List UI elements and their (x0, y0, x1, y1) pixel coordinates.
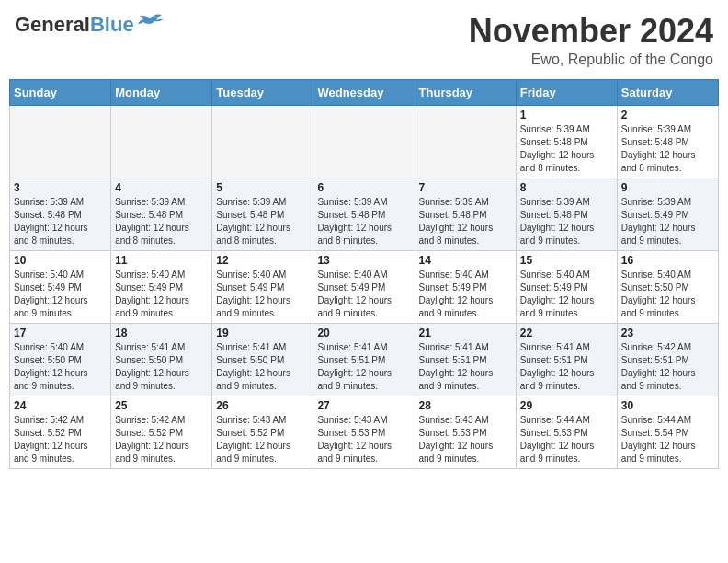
day-info: Sunrise: 5:43 AMSunset: 5:53 PMDaylight:… (419, 414, 512, 465)
day-info: Sunrise: 5:39 AMSunset: 5:48 PMDaylight:… (115, 196, 208, 247)
day-info: Sunrise: 5:44 AMSunset: 5:53 PMDaylight:… (520, 414, 613, 465)
calendar-cell: 28Sunrise: 5:43 AMSunset: 5:53 PMDayligh… (415, 396, 516, 468)
calendar-cell (313, 105, 415, 178)
calendar-week-row: 24Sunrise: 5:42 AMSunset: 5:52 PMDayligh… (10, 396, 719, 468)
header: GeneralBlue November 2024 Ewo, Republic … (9, 9, 719, 72)
day-number: 11 (115, 254, 208, 267)
calendar: SundayMondayTuesdayWednesdayThursdayFrid… (9, 79, 719, 469)
day-number: 28 (419, 399, 512, 412)
day-number: 22 (520, 327, 613, 339)
calendar-cell: 10Sunrise: 5:40 AMSunset: 5:49 PMDayligh… (10, 250, 111, 323)
day-info: Sunrise: 5:39 AMSunset: 5:48 PMDaylight:… (520, 123, 613, 175)
day-info: Sunrise: 5:41 AMSunset: 5:51 PMDaylight:… (419, 341, 512, 393)
day-number: 23 (621, 327, 714, 339)
day-number: 10 (14, 254, 107, 267)
calendar-week-row: 10Sunrise: 5:40 AMSunset: 5:49 PMDayligh… (10, 250, 719, 323)
calendar-cell: 7Sunrise: 5:39 AMSunset: 5:48 PMDaylight… (415, 178, 516, 250)
location-title: Ewo, Republic of the Congo (469, 52, 713, 68)
day-number: 17 (14, 327, 107, 339)
calendar-cell: 21Sunrise: 5:41 AMSunset: 5:51 PMDayligh… (415, 323, 516, 396)
calendar-header-sunday: Sunday (10, 79, 111, 105)
day-info: Sunrise: 5:42 AMSunset: 5:51 PMDaylight:… (621, 341, 714, 393)
day-info: Sunrise: 5:39 AMSunset: 5:48 PMDaylight:… (216, 196, 309, 247)
day-info: Sunrise: 5:40 AMSunset: 5:50 PMDaylight:… (621, 269, 714, 320)
day-number: 18 (115, 327, 208, 339)
day-number: 3 (14, 181, 107, 194)
calendar-header-wednesday: Wednesday (313, 79, 415, 105)
day-info: Sunrise: 5:42 AMSunset: 5:52 PMDaylight:… (115, 414, 208, 465)
day-number: 15 (520, 254, 613, 267)
calendar-cell: 24Sunrise: 5:42 AMSunset: 5:52 PMDayligh… (10, 396, 111, 468)
day-number: 25 (115, 399, 208, 412)
calendar-cell: 8Sunrise: 5:39 AMSunset: 5:48 PMDaylight… (516, 178, 617, 250)
calendar-cell: 15Sunrise: 5:40 AMSunset: 5:49 PMDayligh… (516, 250, 617, 323)
calendar-cell: 18Sunrise: 5:41 AMSunset: 5:50 PMDayligh… (111, 323, 212, 396)
day-info: Sunrise: 5:40 AMSunset: 5:49 PMDaylight:… (317, 269, 410, 320)
day-number: 26 (216, 399, 309, 412)
calendar-cell: 12Sunrise: 5:40 AMSunset: 5:49 PMDayligh… (212, 250, 313, 323)
day-info: Sunrise: 5:43 AMSunset: 5:52 PMDaylight:… (216, 414, 309, 465)
calendar-cell (111, 105, 212, 178)
calendar-cell: 4Sunrise: 5:39 AMSunset: 5:48 PMDaylight… (111, 178, 212, 250)
calendar-cell: 26Sunrise: 5:43 AMSunset: 5:52 PMDayligh… (212, 396, 313, 468)
day-number: 20 (317, 327, 410, 339)
logo: GeneralBlue (15, 13, 165, 37)
day-info: Sunrise: 5:39 AMSunset: 5:48 PMDaylight:… (621, 123, 714, 175)
day-info: Sunrise: 5:39 AMSunset: 5:48 PMDaylight:… (419, 196, 512, 247)
day-number: 8 (520, 181, 613, 194)
calendar-cell: 27Sunrise: 5:43 AMSunset: 5:53 PMDayligh… (313, 396, 415, 468)
day-number: 29 (520, 399, 613, 412)
day-info: Sunrise: 5:41 AMSunset: 5:51 PMDaylight:… (520, 341, 613, 393)
day-number: 16 (621, 254, 714, 267)
day-info: Sunrise: 5:40 AMSunset: 5:49 PMDaylight:… (216, 269, 309, 320)
day-number: 30 (621, 399, 714, 412)
calendar-cell: 3Sunrise: 5:39 AMSunset: 5:48 PMDaylight… (10, 178, 111, 250)
day-number: 6 (317, 181, 410, 194)
day-info: Sunrise: 5:42 AMSunset: 5:52 PMDaylight:… (14, 414, 107, 465)
day-number: 1 (520, 109, 613, 121)
day-info: Sunrise: 5:39 AMSunset: 5:48 PMDaylight:… (14, 196, 107, 247)
calendar-header-row: SundayMondayTuesdayWednesdayThursdayFrid… (10, 79, 719, 105)
day-info: Sunrise: 5:44 AMSunset: 5:54 PMDaylight:… (621, 414, 714, 465)
day-info: Sunrise: 5:40 AMSunset: 5:49 PMDaylight:… (14, 269, 107, 320)
day-info: Sunrise: 5:39 AMSunset: 5:49 PMDaylight:… (621, 196, 714, 247)
calendar-week-row: 17Sunrise: 5:40 AMSunset: 5:50 PMDayligh… (10, 323, 719, 396)
day-info: Sunrise: 5:39 AMSunset: 5:48 PMDaylight:… (520, 196, 613, 247)
title-section: November 2024 Ewo, Republic of the Congo (469, 13, 713, 68)
day-info: Sunrise: 5:40 AMSunset: 5:49 PMDaylight:… (419, 269, 512, 320)
day-number: 5 (216, 181, 309, 194)
day-info: Sunrise: 5:39 AMSunset: 5:48 PMDaylight:… (317, 196, 410, 247)
day-number: 21 (419, 327, 512, 339)
calendar-cell: 25Sunrise: 5:42 AMSunset: 5:52 PMDayligh… (111, 396, 212, 468)
calendar-cell: 19Sunrise: 5:41 AMSunset: 5:50 PMDayligh… (212, 323, 313, 396)
day-info: Sunrise: 5:41 AMSunset: 5:50 PMDaylight:… (115, 341, 208, 393)
logo-text: GeneralBlue (15, 13, 134, 37)
month-title: November 2024 (469, 13, 713, 50)
calendar-cell (10, 105, 111, 178)
calendar-cell: 16Sunrise: 5:40 AMSunset: 5:50 PMDayligh… (617, 250, 718, 323)
calendar-cell: 20Sunrise: 5:41 AMSunset: 5:51 PMDayligh… (313, 323, 415, 396)
calendar-cell: 9Sunrise: 5:39 AMSunset: 5:49 PMDaylight… (617, 178, 718, 250)
day-number: 19 (216, 327, 309, 339)
calendar-cell: 29Sunrise: 5:44 AMSunset: 5:53 PMDayligh… (516, 396, 617, 468)
calendar-cell: 14Sunrise: 5:40 AMSunset: 5:49 PMDayligh… (415, 250, 516, 323)
calendar-week-row: 1Sunrise: 5:39 AMSunset: 5:48 PMDaylight… (10, 105, 719, 178)
calendar-cell: 17Sunrise: 5:40 AMSunset: 5:50 PMDayligh… (10, 323, 111, 396)
calendar-header-monday: Monday (111, 79, 212, 105)
calendar-cell: 1Sunrise: 5:39 AMSunset: 5:48 PMDaylight… (516, 105, 617, 178)
day-info: Sunrise: 5:41 AMSunset: 5:50 PMDaylight:… (216, 341, 309, 393)
calendar-week-row: 3Sunrise: 5:39 AMSunset: 5:48 PMDaylight… (10, 178, 719, 250)
calendar-cell: 2Sunrise: 5:39 AMSunset: 5:48 PMDaylight… (617, 105, 718, 178)
logo-bird-icon (136, 11, 165, 31)
calendar-cell: 13Sunrise: 5:40 AMSunset: 5:49 PMDayligh… (313, 250, 415, 323)
day-number: 14 (419, 254, 512, 267)
calendar-cell: 11Sunrise: 5:40 AMSunset: 5:49 PMDayligh… (111, 250, 212, 323)
day-number: 13 (317, 254, 410, 267)
day-number: 24 (14, 399, 107, 412)
day-info: Sunrise: 5:41 AMSunset: 5:51 PMDaylight:… (317, 341, 410, 393)
day-number: 2 (621, 109, 714, 121)
calendar-header-friday: Friday (516, 79, 617, 105)
day-number: 12 (216, 254, 309, 267)
calendar-cell (415, 105, 516, 178)
calendar-header-thursday: Thursday (415, 79, 516, 105)
